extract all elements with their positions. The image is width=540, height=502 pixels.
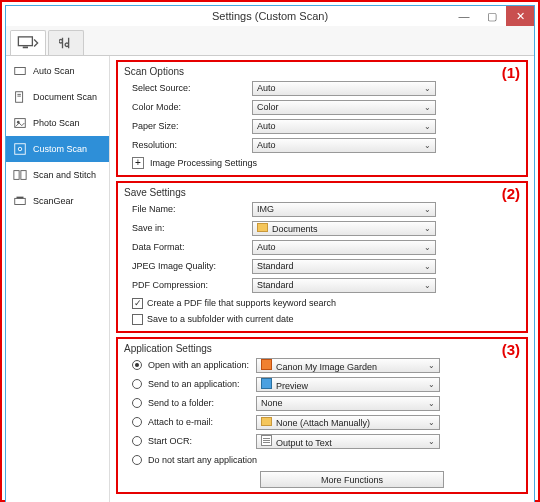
open-with-app-radio[interactable] bbox=[132, 360, 142, 370]
monitor-icon bbox=[17, 36, 39, 50]
chevron-down-icon: ⌄ bbox=[424, 84, 435, 93]
chevron-down-icon: ⌄ bbox=[428, 380, 439, 389]
color-mode-label: Color Mode: bbox=[124, 102, 252, 112]
resolution-label: Resolution: bbox=[124, 140, 252, 150]
attach-email-label: Attach to e-mail: bbox=[148, 417, 256, 427]
save-in-dropdown[interactable]: Documents⌄ bbox=[252, 221, 436, 236]
do-not-start-label: Do not start any application bbox=[148, 455, 257, 465]
sidebar-item-custom-scan[interactable]: Custom Scan bbox=[6, 136, 109, 162]
chevron-down-icon: ⌄ bbox=[428, 361, 439, 370]
chevron-down-icon: ⌄ bbox=[428, 437, 439, 446]
send-to-app-dropdown[interactable]: Preview⌄ bbox=[256, 377, 440, 392]
svg-rect-10 bbox=[14, 171, 19, 180]
pdf-compression-label: PDF Compression: bbox=[124, 280, 252, 290]
open-with-app-label: Open with an application: bbox=[148, 360, 256, 370]
data-format-dropdown[interactable]: Auto⌄ bbox=[252, 240, 436, 255]
minimize-button[interactable]: — bbox=[450, 6, 478, 26]
attach-email-dropdown[interactable]: None (Attach Manually)⌄ bbox=[256, 415, 440, 430]
chevron-down-icon: ⌄ bbox=[424, 281, 435, 290]
svg-rect-3 bbox=[16, 92, 23, 103]
sidebar: Auto Scan Document Scan Photo Scan Custo… bbox=[6, 56, 110, 502]
mode-toolbar bbox=[6, 26, 534, 56]
chevron-down-icon: ⌄ bbox=[424, 141, 435, 150]
file-name-label: File Name: bbox=[124, 204, 252, 214]
start-ocr-radio[interactable] bbox=[132, 436, 142, 446]
subfolder-checkbox[interactable] bbox=[132, 314, 143, 325]
jpeg-quality-label: JPEG Image Quality: bbox=[124, 261, 252, 271]
select-source-dropdown[interactable]: Auto⌄ bbox=[252, 81, 436, 96]
application-settings-title: Application Settings bbox=[124, 343, 520, 354]
photo-scan-icon bbox=[13, 116, 27, 130]
send-to-folder-radio[interactable] bbox=[132, 398, 142, 408]
app-icon bbox=[261, 359, 272, 370]
sidebar-item-auto-scan[interactable]: Auto Scan bbox=[6, 58, 109, 84]
paper-size-dropdown[interactable]: Auto⌄ bbox=[252, 119, 436, 134]
sidebar-item-scangear[interactable]: ScanGear bbox=[6, 188, 109, 214]
svg-rect-1 bbox=[23, 47, 28, 49]
sidebar-item-scan-and-stitch[interactable]: Scan and Stitch bbox=[6, 162, 109, 188]
data-format-label: Data Format: bbox=[124, 242, 252, 252]
pdf-keyword-checkbox[interactable]: ✓ bbox=[132, 298, 143, 309]
pdf-compression-dropdown[interactable]: Standard⌄ bbox=[252, 278, 436, 293]
do-not-start-radio[interactable] bbox=[132, 455, 142, 465]
chevron-down-icon: ⌄ bbox=[428, 399, 439, 408]
callout-1: (1) bbox=[502, 64, 520, 81]
pdf-keyword-label: Create a PDF file that supports keyword … bbox=[147, 298, 336, 308]
svg-rect-13 bbox=[17, 197, 24, 199]
image-processing-expander[interactable]: + Image Processing Settings bbox=[124, 155, 520, 171]
sidebar-item-label: Document Scan bbox=[33, 92, 97, 102]
paper-size-label: Paper Size: bbox=[124, 121, 252, 131]
resolution-dropdown[interactable]: Auto⌄ bbox=[252, 138, 436, 153]
folder-icon bbox=[261, 417, 272, 426]
scan-options-group: (1) Scan Options Select Source: Auto⌄ Co… bbox=[116, 60, 528, 177]
chevron-down-icon: ⌄ bbox=[424, 205, 435, 214]
close-button[interactable]: ✕ bbox=[506, 6, 534, 26]
sidebar-item-label: Scan and Stitch bbox=[33, 170, 96, 180]
callout-2: (2) bbox=[502, 185, 520, 202]
more-functions-button[interactable]: More Functions bbox=[260, 471, 444, 488]
svg-rect-12 bbox=[15, 198, 26, 204]
svg-rect-8 bbox=[15, 144, 26, 155]
sidebar-item-document-scan[interactable]: Document Scan bbox=[6, 84, 109, 110]
scan-options-title: Scan Options bbox=[124, 66, 520, 77]
chevron-down-icon: ⌄ bbox=[424, 122, 435, 131]
stitch-icon bbox=[13, 168, 27, 182]
custom-scan-icon bbox=[13, 142, 27, 156]
sidebar-item-label: ScanGear bbox=[33, 196, 74, 206]
jpeg-quality-dropdown[interactable]: Standard⌄ bbox=[252, 259, 436, 274]
subfolder-label: Save to a subfolder with current date bbox=[147, 314, 294, 324]
send-to-folder-dropdown[interactable]: None⌄ bbox=[256, 396, 440, 411]
document-scan-icon bbox=[13, 90, 27, 104]
tools-tab[interactable] bbox=[48, 30, 84, 55]
maximize-button[interactable]: ▢ bbox=[478, 6, 506, 26]
sidebar-item-label: Custom Scan bbox=[33, 144, 87, 154]
title-bar: Settings (Custom Scan) — ▢ ✕ bbox=[6, 6, 534, 26]
send-to-app-label: Send to an application: bbox=[148, 379, 256, 389]
select-source-label: Select Source: bbox=[124, 83, 252, 93]
start-ocr-dropdown[interactable]: Output to Text⌄ bbox=[256, 434, 440, 449]
application-settings-group: (3) Application Settings Open with an ap… bbox=[116, 337, 528, 494]
chevron-down-icon: ⌄ bbox=[424, 224, 435, 233]
start-ocr-label: Start OCR: bbox=[148, 436, 256, 446]
sidebar-item-photo-scan[interactable]: Photo Scan bbox=[6, 110, 109, 136]
save-settings-title: Save Settings bbox=[124, 187, 520, 198]
window-title: Settings (Custom Scan) bbox=[212, 10, 328, 22]
file-name-combo[interactable]: IMG⌄ bbox=[252, 202, 436, 217]
auto-scan-icon bbox=[13, 64, 27, 78]
send-to-folder-label: Send to a folder: bbox=[148, 398, 256, 408]
chevron-down-icon: ⌄ bbox=[428, 418, 439, 427]
text-icon bbox=[261, 435, 272, 446]
chevron-down-icon: ⌄ bbox=[424, 243, 435, 252]
tools-icon bbox=[59, 36, 73, 50]
sidebar-item-label: Photo Scan bbox=[33, 118, 80, 128]
svg-rect-2 bbox=[15, 68, 26, 75]
color-mode-dropdown[interactable]: Color⌄ bbox=[252, 100, 436, 115]
preview-icon bbox=[261, 378, 272, 389]
scan-from-computer-tab[interactable] bbox=[10, 30, 46, 55]
open-with-app-dropdown[interactable]: Canon My Image Garden⌄ bbox=[256, 358, 440, 373]
chevron-down-icon: ⌄ bbox=[424, 103, 435, 112]
send-to-app-radio[interactable] bbox=[132, 379, 142, 389]
save-in-label: Save in: bbox=[124, 223, 252, 233]
attach-email-radio[interactable] bbox=[132, 417, 142, 427]
svg-rect-11 bbox=[21, 171, 26, 180]
